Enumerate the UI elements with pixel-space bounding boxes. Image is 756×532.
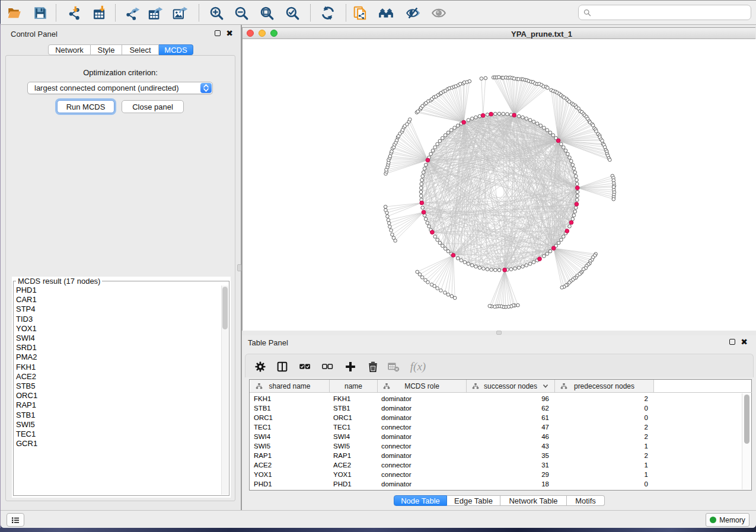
mcds-hub-node[interactable] (551, 246, 556, 251)
memory-button[interactable]: Memory (706, 513, 749, 527)
mcds-hub-node[interactable] (512, 113, 516, 117)
table-row-ORC1[interactable]: ORC1ORC1dominator610 (250, 414, 751, 423)
mcds-node-item[interactable]: STB1 (14, 411, 221, 420)
window-maximize-icon[interactable] (270, 30, 277, 37)
select-all-button[interactable] (297, 359, 312, 374)
table-row-FKH1[interactable]: FKH1FKH1dominator962 (250, 395, 751, 404)
search-input[interactable] (592, 8, 751, 17)
float-panel-icon[interactable] (215, 30, 221, 36)
import-table-button[interactable] (91, 5, 108, 21)
table-row-YOX1[interactable]: YOX1YOX1connector291 (250, 470, 751, 480)
hide-selected-button[interactable] (405, 5, 422, 21)
float-table-panel-icon[interactable] (729, 339, 735, 345)
fit-content-button[interactable] (259, 5, 275, 21)
first-neighbors-button[interactable] (378, 5, 394, 21)
mcds-hub-node[interactable] (556, 139, 560, 143)
mcds-node-item[interactable]: FKH1 (14, 363, 221, 372)
close-table-panel-icon[interactable]: ✖ (741, 339, 748, 345)
mcds-node-item[interactable]: RAP1 (14, 400, 221, 410)
mcds-hub-node[interactable] (489, 112, 493, 116)
mcds-result-list[interactable]: PHD1CAR1STP4TID3YOX1SWI4SRD1PMA2FKH1ACE2… (14, 286, 221, 495)
add-row-button[interactable] (343, 359, 358, 374)
close-panel-button[interactable]: Close panel (122, 100, 184, 113)
mcds-hub-node[interactable] (430, 230, 435, 235)
mcds-node-item[interactable]: ACE2 (14, 372, 221, 382)
gear-button[interactable] (253, 359, 268, 374)
export-image-button[interactable] (171, 5, 188, 21)
import-network-button[interactable] (65, 5, 82, 21)
table-row-ACE2[interactable]: ACE2ACE2connector311 (250, 461, 751, 470)
export-network-button[interactable] (124, 5, 141, 21)
function-builder-button[interactable]: f(x) (406, 359, 430, 374)
zoom-in-button[interactable] (208, 5, 225, 21)
close-panel-icon[interactable]: ✖ (226, 30, 233, 36)
mcds-node-item[interactable]: TEC1 (14, 430, 221, 439)
mcds-list-scrollbar[interactable] (221, 286, 228, 495)
mcds-hub-node[interactable] (575, 186, 579, 190)
zoom-out-button[interactable] (233, 5, 250, 21)
mcds-node-item[interactable]: STP4 (14, 305, 221, 314)
mcds-node-item[interactable]: SRD1 (14, 343, 221, 352)
mcds-hub-node[interactable] (503, 268, 507, 272)
tab-style[interactable]: Style (91, 44, 122, 55)
mcds-hub-node[interactable] (451, 253, 455, 257)
column-header-MCDS-role[interactable]: MCDS role (378, 380, 467, 392)
show-panels-button[interactable] (7, 513, 24, 527)
criterion-select[interactable]: largest connected component (undirected) (27, 82, 213, 94)
mcds-node-item[interactable]: YOX1 (14, 324, 221, 334)
columns-button[interactable] (275, 359, 290, 374)
mcds-hub-node[interactable] (426, 158, 430, 162)
tab-mcds[interactable]: MCDS (159, 44, 193, 55)
table-scrollbar[interactable] (742, 393, 751, 489)
column-header-predecessor-nodes[interactable]: predecessor nodes (555, 380, 654, 392)
mcds-node-item[interactable]: TID3 (14, 315, 221, 324)
mcds-node-item[interactable]: ORC1 (14, 391, 221, 400)
run-mcds-button[interactable]: Run MCDS (57, 100, 114, 113)
mcds-node-item[interactable]: GCR1 (14, 439, 221, 448)
table-row-STB1[interactable]: STB1STB1dominator620 (250, 404, 751, 414)
mcds-hub-node[interactable] (575, 202, 579, 206)
horizontal-splitter-handle[interactable] (496, 331, 502, 335)
open-session-button[interactable] (6, 5, 23, 21)
mcds-node-item[interactable]: PMA2 (14, 352, 221, 362)
vertical-splitter-handle[interactable] (237, 264, 241, 271)
tab-network[interactable]: Network (48, 44, 91, 55)
show-all-button[interactable] (430, 5, 447, 21)
tab-network-table[interactable]: Network Table (500, 495, 567, 506)
delete-row-button[interactable] (365, 359, 381, 374)
mcds-hub-node[interactable] (422, 210, 426, 214)
table-row-SWI4[interactable]: SWI4SWI4dominator462 (250, 432, 751, 442)
mcds-node-item[interactable]: PHD1 (14, 286, 221, 295)
column-header-successor-nodes[interactable]: successor nodes (467, 380, 555, 392)
table-scrollbar-thumb[interactable] (744, 395, 749, 444)
export-table-button[interactable] (147, 5, 164, 21)
delete-table-button[interactable] (386, 359, 401, 374)
table-row-TEC1[interactable]: TEC1TEC1connector472 (250, 423, 751, 432)
mcds-node-item[interactable]: SWI5 (14, 420, 221, 430)
mcds-scrollbar-thumb[interactable] (222, 287, 228, 329)
deselect-all-button[interactable] (320, 359, 335, 374)
save-session-button[interactable] (32, 5, 49, 21)
apply-layout-button[interactable] (320, 5, 336, 21)
network-canvas[interactable] (243, 39, 756, 331)
clone-network-button[interactable] (352, 5, 369, 21)
mcds-hub-node[interactable] (565, 229, 569, 233)
table-row-PHD1[interactable]: PHD1PHD1dominator180 (250, 480, 751, 489)
tab-motifs[interactable]: Motifs (567, 495, 605, 506)
tab-node-table[interactable]: Node Table (394, 495, 447, 506)
zoom-selected-button[interactable] (284, 5, 301, 21)
column-header-name[interactable]: name (330, 380, 378, 392)
mcds-node-item[interactable]: STB5 (14, 382, 221, 391)
network-window-titlebar[interactable]: YPA_prune.txt_1 (243, 28, 755, 39)
mcds-node-item[interactable]: SWI4 (14, 334, 221, 343)
mcds-hub-node[interactable] (569, 220, 573, 225)
column-header-shared-name[interactable]: shared name (250, 380, 330, 392)
window-close-icon[interactable] (247, 30, 254, 37)
search-box[interactable] (578, 5, 751, 20)
window-minimize-icon[interactable] (259, 30, 266, 37)
mcds-hub-node[interactable] (420, 201, 424, 205)
mcds-hub-node[interactable] (538, 257, 542, 261)
tab-select[interactable]: Select (122, 44, 159, 55)
mcds-hub-node[interactable] (462, 120, 466, 124)
mcds-hub-node[interactable] (481, 114, 485, 118)
